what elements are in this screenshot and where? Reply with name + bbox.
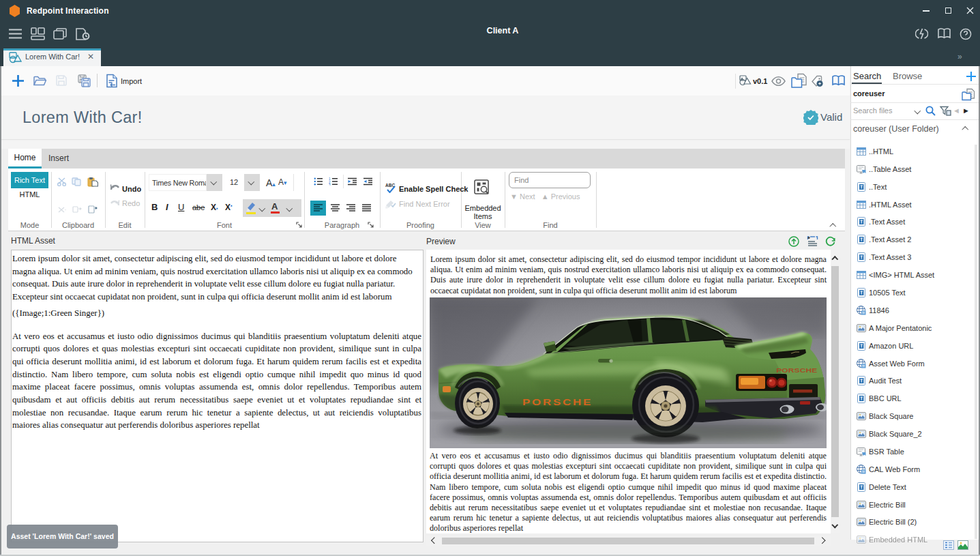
svg-text:PORSCHE: PORSCHE <box>776 367 817 374</box>
svg-text:PORSCHE: PORSCHE <box>522 398 593 407</box>
svg-text:3: 3 <box>329 184 331 186</box>
